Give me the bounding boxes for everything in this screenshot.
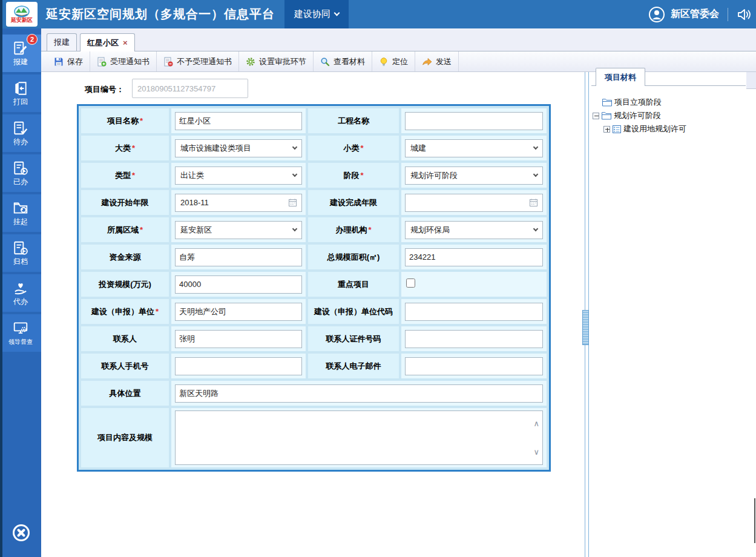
- sidebar-item-label: 挂起: [13, 218, 28, 226]
- required-asterisk: *: [140, 225, 143, 234]
- view-materials-button[interactable]: 查看材料: [314, 51, 372, 71]
- expand-icon[interactable]: [603, 126, 610, 133]
- contact-name-input[interactable]: [175, 330, 302, 348]
- tab-project-materials[interactable]: 项目材料: [596, 68, 645, 86]
- header-divider: [728, 8, 728, 21]
- tree-item-planning-permit-stage[interactable]: 规划许可阶段: [591, 109, 746, 122]
- project-content-textarea[interactable]: ∧ ∨: [175, 410, 543, 465]
- required-asterisk: *: [360, 171, 363, 180]
- scroll-down-icon[interactable]: ∨: [533, 448, 539, 456]
- save-icon: [54, 57, 64, 67]
- contact-phone-input[interactable]: [175, 357, 302, 375]
- user-name[interactable]: 新区管委会: [671, 8, 719, 21]
- handling-agency-select[interactable]: 规划环保局: [405, 221, 543, 239]
- app-logo: 延安新区: [6, 2, 38, 27]
- folder-icon: [602, 112, 611, 120]
- tree-item-construction-land-permit[interactable]: 建设用地规划许可: [591, 122, 746, 136]
- sidebar-item-lingdao-duzha[interactable]: 领导督查: [0, 314, 41, 352]
- button-label: 发送: [436, 56, 452, 67]
- send-icon: [422, 57, 432, 67]
- applicant-unit-code-input[interactable]: [405, 303, 543, 321]
- location-input[interactable]: [175, 384, 543, 403]
- major-category-select[interactable]: 城市设施建设类项目: [175, 139, 302, 157]
- chevron-down-icon: [533, 226, 538, 231]
- field-label: 重点项目: [308, 272, 399, 297]
- project-number-field[interactable]: [132, 79, 248, 98]
- field-label: 类型*: [81, 163, 169, 188]
- nav-dropdown-construction-collab[interactable]: 建设协同: [284, 0, 349, 28]
- field-label: 阶段*: [308, 163, 399, 188]
- sidebar-item-dahui[interactable]: 打回: [0, 74, 41, 112]
- required-asterisk: *: [132, 171, 135, 180]
- tree-item-label: 规划许可阶段: [614, 110, 661, 121]
- stage-select[interactable]: 规划许可阶段: [405, 166, 543, 185]
- scrollbar-thumb[interactable]: [754, 498, 755, 543]
- field-label: 联系人手机号: [81, 354, 169, 378]
- doc-clock-icon: [13, 160, 28, 176]
- sidebar-item-label: 待办: [13, 138, 28, 146]
- set-approval-steps-button[interactable]: 设置审批环节: [239, 51, 314, 71]
- chevron-down-icon: [334, 10, 340, 16]
- tree-item-label: 建设用地规划许可: [623, 124, 686, 134]
- required-asterisk: *: [368, 225, 371, 234]
- collapse-icon[interactable]: [593, 113, 599, 119]
- close-icon[interactable]: ×: [123, 39, 128, 47]
- applicant-unit-input[interactable]: [175, 303, 302, 321]
- chevron-down-icon: [292, 226, 297, 231]
- project-name-input[interactable]: [175, 112, 302, 130]
- field-label: 建设（申报）单位*: [81, 299, 169, 324]
- sidebar-item-yiban-done[interactable]: 已办: [0, 154, 41, 192]
- type-select[interactable]: 出让类: [175, 166, 302, 185]
- acceptance-notice-button[interactable]: 受理通知书: [90, 51, 157, 71]
- tree-item-label: 项目立项阶段: [614, 97, 662, 108]
- region-select[interactable]: 延安新区: [175, 221, 302, 239]
- folder-icon: [602, 99, 612, 107]
- save-button[interactable]: 保存: [47, 51, 90, 71]
- engineering-name-input[interactable]: [405, 112, 543, 130]
- rejection-notice-button[interactable]: 不予受理通知书: [157, 51, 239, 71]
- app-header: 延安新区 延安新区空间规划（多规合一）信息平台 建设协同 新区管委会: [0, 0, 756, 28]
- speaker-icon[interactable]: [737, 8, 751, 21]
- sidebar-item-label: 代办: [13, 298, 28, 306]
- sidebar-item-label: 打回: [13, 98, 28, 106]
- tab-label: 红星小区: [87, 38, 119, 48]
- sidebar-item-daiban-agency[interactable]: 代办: [0, 274, 41, 312]
- calendar-icon: [289, 199, 297, 206]
- total-area-input[interactable]: [405, 248, 543, 266]
- sidebar-item-guaqi-suspend[interactable]: 挂起: [0, 194, 41, 232]
- contact-id-number-input[interactable]: [405, 330, 543, 348]
- project-number-label: 项目编号：: [85, 84, 124, 95]
- doc-edit-icon: [13, 41, 28, 56]
- search-icon: [320, 57, 330, 67]
- close-all-icon[interactable]: [11, 522, 31, 543]
- investment-scale-input[interactable]: [175, 275, 302, 294]
- locate-button[interactable]: 定位: [372, 51, 415, 71]
- right-scrollbar-track[interactable]: [746, 72, 756, 557]
- send-button[interactable]: 发送: [415, 51, 459, 71]
- field-label: 项目名称*: [81, 108, 169, 133]
- tab-hongxing-xiaoqu[interactable]: 红星小区 ×: [80, 33, 135, 51]
- materials-tree: 项目立项阶段 规划许可阶段 建设用地规划许可: [591, 96, 746, 136]
- tree-item-project-initiation-stage[interactable]: 项目立项阶段: [591, 96, 746, 109]
- field-label: 建设完成年限: [308, 190, 399, 215]
- splitter-grip[interactable]: [582, 310, 589, 345]
- chevron-down-icon: [533, 144, 538, 149]
- required-asterisk: *: [132, 143, 135, 153]
- page-title: 延安新区空间规划（多规合一）信息平台: [46, 0, 275, 28]
- start-year-date-input[interactable]: 2018-11: [175, 194, 302, 212]
- sidebar-item-daiban-todo[interactable]: 待办: [0, 114, 41, 152]
- button-label: 受理通知书: [110, 56, 150, 67]
- key-project-checkbox[interactable]: [406, 278, 415, 288]
- chevron-down-icon: [292, 144, 297, 149]
- required-asterisk: *: [140, 116, 143, 125]
- scroll-up-icon[interactable]: ∧: [533, 420, 539, 427]
- minor-category-select[interactable]: 城建: [405, 139, 543, 157]
- status-badge: 2: [27, 34, 38, 45]
- field-label: 总规模面积(㎡): [308, 245, 399, 269]
- finish-year-date-input[interactable]: [405, 194, 543, 212]
- tab-baojian[interactable]: 报建: [47, 33, 77, 51]
- sidebar-nav: 报建 打回 待办 已办: [0, 28, 41, 557]
- contact-email-input[interactable]: [405, 357, 543, 375]
- sidebar-item-guidang-archive[interactable]: 归档: [0, 234, 41, 272]
- funding-source-input[interactable]: [175, 248, 302, 266]
